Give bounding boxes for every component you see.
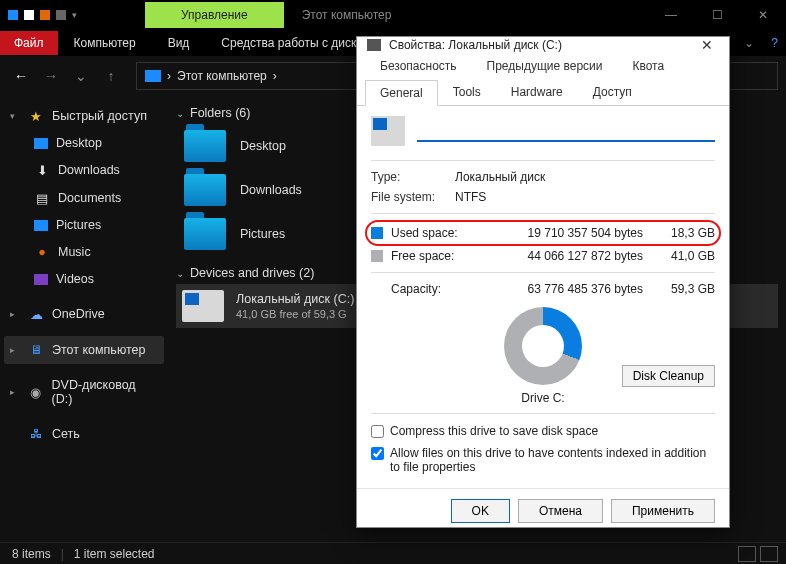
view-large-icon[interactable]	[760, 546, 778, 562]
address-sep1: ›	[167, 69, 171, 83]
monitor-icon: 🖥	[28, 342, 44, 358]
pictures-icon	[34, 220, 48, 231]
used-bytes: 19 710 357 504 bytes	[477, 226, 655, 240]
menu-disk-tools[interactable]: Средства работы с диска	[205, 31, 379, 55]
tab-hardware[interactable]: Hardware	[496, 79, 578, 105]
used-label: Used space:	[391, 226, 469, 240]
sidebar-item-downloads[interactable]: ⬇Downloads	[28, 156, 164, 184]
free-space-row: Free space: 44 066 127 872 bytes 41,0 GB	[371, 246, 715, 266]
sidebar-item-desktop[interactable]: Desktop	[28, 130, 164, 156]
music-icon: ●	[34, 244, 50, 260]
drive-name: Локальный диск (C:)	[236, 292, 354, 306]
drive-name-input[interactable]	[417, 120, 715, 142]
maximize-button[interactable]: ☐	[694, 0, 740, 30]
sidebar-item-label: Desktop	[56, 136, 102, 150]
free-gb: 41,0 GB	[663, 249, 715, 263]
properties-dialog: Свойства: Локальный диск (C:) ✕ Безопасн…	[356, 36, 730, 528]
folder-label: Downloads	[240, 183, 302, 197]
sidebar-item-label: OneDrive	[52, 307, 105, 321]
dialog-title: Свойства: Локальный диск (C:)	[389, 38, 562, 52]
monitor-icon	[8, 10, 18, 20]
folder-label: Desktop	[240, 139, 286, 153]
compress-checkbox[interactable]	[371, 425, 384, 438]
view-details-icon[interactable]	[738, 546, 756, 562]
tab-sharing[interactable]: Доступ	[578, 79, 647, 105]
ribbon-expand-icon[interactable]: ⌄	[744, 36, 754, 50]
close-button[interactable]: ✕	[740, 0, 786, 30]
sidebar-item-music[interactable]: ●Music	[28, 238, 164, 266]
menu-computer[interactable]: Компьютер	[58, 31, 152, 55]
recent-dropdown[interactable]: ⌄	[68, 63, 94, 89]
sidebar-quick-access[interactable]: ▾ ★ Быстрый доступ	[4, 102, 164, 130]
back-button[interactable]: ←	[8, 63, 34, 89]
status-selected: 1 item selected	[74, 547, 155, 561]
ok-button[interactable]: OK	[451, 499, 510, 523]
type-label: Type:	[371, 170, 455, 184]
download-icon: ⬇	[34, 162, 50, 178]
capacity-bytes: 63 776 485 376 bytes	[477, 282, 655, 296]
disc-icon: ◉	[28, 384, 44, 400]
dialog-title-bar[interactable]: Свойства: Локальный диск (C:) ✕	[357, 37, 729, 53]
disk-cleanup-button[interactable]: Disk Cleanup	[622, 365, 715, 387]
sidebar-item-documents[interactable]: ▤Documents	[28, 184, 164, 212]
sidebar-item-label: Сеть	[52, 427, 80, 441]
forward-button[interactable]: →	[38, 63, 64, 89]
used-gb: 18,3 GB	[663, 226, 715, 240]
used-space-row: Used space: 19 710 357 504 bytes 18,3 GB	[371, 223, 715, 243]
sidebar-item-label: Downloads	[58, 163, 120, 177]
drive-icon	[182, 290, 224, 322]
sidebar-this-pc[interactable]: ▸ 🖥 Этот компьютер	[4, 336, 164, 364]
pc-icon	[145, 70, 161, 82]
sidebar-item-label: Documents	[58, 191, 121, 205]
check-icon	[40, 10, 50, 20]
dialog-close-button[interactable]: ✕	[695, 37, 719, 53]
apply-button[interactable]: Применить	[611, 499, 715, 523]
compress-label: Compress this drive to save disk space	[390, 424, 598, 438]
compress-checkbox-row[interactable]: Compress this drive to save disk space	[371, 420, 715, 442]
help-icon[interactable]: ?	[771, 36, 778, 50]
chevron-right-icon: ▸	[10, 387, 20, 397]
menu-view[interactable]: Вид	[152, 31, 206, 55]
chevron-down-icon: ▾	[10, 111, 20, 121]
tab-quota[interactable]: Квота	[617, 53, 679, 79]
sidebar-item-label: Этот компьютер	[52, 343, 145, 357]
chevron-right-icon: ▸	[10, 309, 20, 319]
document-icon: ▤	[34, 190, 50, 206]
ribbon-context-tab[interactable]: Управление	[145, 2, 284, 28]
type-value: Локальный диск	[455, 170, 545, 184]
sidebar-item-label: DVD-дисковод (D:)	[52, 378, 158, 406]
tab-tools[interactable]: Tools	[438, 79, 496, 105]
chevron-right-icon: ▸	[10, 345, 20, 355]
tab-security[interactable]: Безопасность	[365, 53, 472, 79]
address-path[interactable]: Этот компьютер	[177, 69, 267, 83]
navigation-pane: ▾ ★ Быстрый доступ Desktop ⬇Downloads ▤D…	[0, 96, 168, 542]
cancel-button[interactable]: Отмена	[518, 499, 603, 523]
sidebar-network[interactable]: 🖧 Сеть	[4, 420, 164, 448]
minimize-button[interactable]: —	[648, 0, 694, 30]
menu-file[interactable]: Файл	[0, 31, 58, 55]
fs-label: File system:	[371, 190, 455, 204]
index-checkbox-row[interactable]: Allow files on this drive to have conten…	[371, 442, 715, 478]
dialog-tabs: Безопасность Предыдущие версии Квота Gen…	[357, 53, 729, 106]
sidebar-item-pictures[interactable]: Pictures	[28, 212, 164, 238]
overflow-icon[interactable]: ▾	[72, 10, 77, 20]
window-title: Этот компьютер	[284, 8, 648, 22]
sidebar-item-label: Music	[58, 245, 91, 259]
star-icon: ★	[28, 108, 44, 124]
sidebar-dvd[interactable]: ▸ ◉ DVD-дисковод (D:)	[4, 372, 164, 412]
tab-previous-versions[interactable]: Предыдущие версии	[472, 53, 618, 79]
sidebar-onedrive[interactable]: ▸ ☁ OneDrive	[4, 300, 164, 328]
capacity-gb: 59,3 GB	[663, 282, 715, 296]
desktop-icon	[34, 138, 48, 149]
capacity-label: Capacity:	[391, 282, 469, 296]
folder-icon	[56, 10, 66, 20]
network-icon: 🖧	[28, 426, 44, 442]
dialog-body: Type:Локальный диск File system:NTFS Use…	[357, 106, 729, 488]
address-sep2: ›	[273, 69, 277, 83]
drive-icon	[367, 39, 381, 51]
sidebar-item-videos[interactable]: Videos	[28, 266, 164, 292]
tab-general[interactable]: General	[365, 80, 438, 106]
up-button[interactable]: ↑	[98, 63, 124, 89]
capacity-row: Capacity: 63 776 485 376 bytes 59,3 GB	[371, 279, 715, 299]
index-checkbox[interactable]	[371, 447, 384, 460]
